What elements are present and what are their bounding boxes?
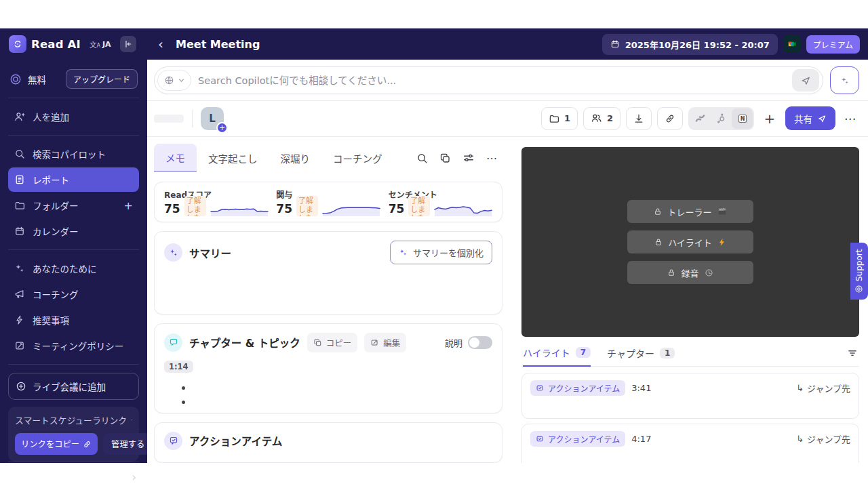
confluence-icon[interactable] [690,108,711,129]
plan-icon [9,73,22,85]
tab-highlights[interactable]: ハイライト 7 [523,346,591,367]
folder-icon [549,113,559,124]
breadcrumb-placeholder [154,115,184,123]
expand-chevron-button[interactable]: › [129,470,139,484]
add-folder-button[interactable]: + [124,199,133,212]
copy-link-button[interactable]: リンクをコピー [15,433,98,455]
highlight-card[interactable]: アクションアイテム 3:41 ↳ ジャンプ先 [521,373,859,419]
highlight-reel-button[interactable]: ハイライト [627,230,753,253]
copilot-search-row [147,60,868,101]
tab-coaching[interactable]: コーチング [321,144,394,171]
read-ai-logo-icon[interactable] [9,35,26,53]
info-icon[interactable] [131,415,132,424]
lock-icon [654,238,663,246]
chat-bubble-icon [164,333,182,352]
manage-button[interactable]: 管理する [103,433,153,455]
send-icon [800,75,811,86]
copilot-search-bar[interactable] [154,66,823,94]
share-button[interactable]: 共有 [785,106,835,130]
notion-icon[interactable]: N [732,108,753,129]
sidebar-item-coaching[interactable]: コーチング [8,282,139,306]
plan-label: 無料 [28,73,46,86]
highlight-time: 4:17 [631,434,651,444]
link-icon [83,440,92,449]
video-player[interactable]: トレーラー ハイライト 録音 [521,147,859,337]
copilot-magic-button[interactable] [830,66,859,94]
sidebar-divider [8,135,139,136]
calendar-icon [610,39,620,49]
download-button[interactable] [626,107,652,130]
copy-meeting-link-button[interactable] [657,107,683,130]
toolbar-divider [192,110,193,127]
sidebar-item-for-you[interactable]: あなたのために [8,256,139,281]
tab-deep-dive[interactable]: 深堀り [269,144,322,171]
recording-button[interactable]: 録音 [627,261,753,284]
smart-scheduler-title: スマートスケジューラリンク [15,413,132,426]
edit-chapters-button[interactable]: 編集 [364,333,406,352]
sidebar-item-recommendations[interactable]: 推奨事項 [8,308,139,332]
more-notes-icon[interactable]: ⋯ [486,152,497,165]
add-integration-button[interactable]: + [760,107,780,130]
metrics-card: Readスコア 75 了解しました 関与 75 了解しました [154,182,502,222]
highlight-card[interactable]: アクションアイテム 4:17 ↳ ジャンプ先 [521,424,859,463]
page-top-margin [0,0,868,28]
sidebar-item-search-copilot[interactable]: 検索コパイロット [8,142,139,166]
copilot-search-input[interactable] [198,75,792,86]
people-icon [591,113,602,124]
hubspot-icon[interactable] [711,108,732,129]
jump-to-link[interactable]: ↳ ジャンプ先 [796,382,850,394]
sparkles-icon [14,263,25,274]
folder-count-button[interactable]: 1 [541,107,578,130]
chat-check-icon [536,384,544,392]
upgrade-button[interactable]: アップグレード [66,69,138,89]
header-right: 2025年10月26日 19:52 - 20:07 プレミアム [602,34,868,55]
plus-circle-icon [16,381,26,392]
description-toggle[interactable] [468,336,492,349]
search-icon [14,148,25,159]
sparkle-wand-icon [840,75,850,86]
participants-count-button[interactable]: 2 [583,107,620,130]
send-button[interactable] [792,69,819,92]
bolt-icon [14,314,25,325]
search-scope-selector[interactable] [157,70,191,91]
chapter-timestamp[interactable]: 1:14 [164,361,193,373]
globe-icon [164,75,174,85]
trailer-button[interactable]: トレーラー [627,200,753,223]
sidebar-collapse-button[interactable] [120,36,136,52]
jump-to-link[interactable]: ↳ ジャンプ先 [796,432,850,445]
sidebar-item-folders[interactable]: フォルダー + [8,193,139,218]
plan-row: 無料 アップグレード [8,66,139,98]
personalize-summary-button[interactable]: サマリーを個別化 [390,241,492,264]
back-button[interactable]: ‹ [157,37,165,51]
svg-text:N: N [740,116,745,122]
sidebar-item-meeting-policies[interactable]: ミーティングポリシー [8,333,139,358]
tab-chapters[interactable]: チャプター 1 [607,346,675,366]
sidebar-divider [8,249,139,250]
brand-name: Read AI [31,38,81,51]
sidebar-item-reports[interactable]: レポート [8,167,139,192]
filter-icon[interactable] [847,348,858,364]
summary-title: サマリー [189,245,231,260]
language-toggle[interactable]: 文A JA [90,39,111,49]
premium-badge: プレミアム [806,35,860,54]
sidebar-item-calendar[interactable]: カレンダー [8,219,139,243]
add-to-live-meeting-button[interactable]: ライブ会議に追加 [8,373,139,400]
meeting-date-pill[interactable]: 2025年10月26日 19:52 - 20:07 [602,34,778,55]
integrations-group: N [688,107,754,130]
tab-memo[interactable]: メモ [154,144,197,172]
support-tab[interactable]: Support [850,243,868,300]
search-notes-icon[interactable] [416,152,428,164]
more-options-button[interactable]: ⋯ [841,112,859,125]
metric-read-score: Readスコア 75 了解しました [164,188,268,217]
add-participant-button[interactable]: + [216,122,228,134]
tab-transcript[interactable]: 文字起こし [197,144,269,171]
copy-chapters-button[interactable]: コピー [307,333,358,352]
copy-notes-icon[interactable] [439,152,451,164]
settings-sliders-icon[interactable] [462,152,475,164]
highlights-list: アクションアイテム 3:41 ↳ ジャンプ先 [521,367,859,463]
link-icon [665,113,675,124]
notes-column: メモ 文字起こし 深堀り コーチング ⋯ [154,144,502,463]
calendar-icon [14,226,25,237]
chapters-title: チャプター & トピック [189,335,300,350]
sidebar-item-add-people[interactable]: 人を追加 [8,104,139,129]
